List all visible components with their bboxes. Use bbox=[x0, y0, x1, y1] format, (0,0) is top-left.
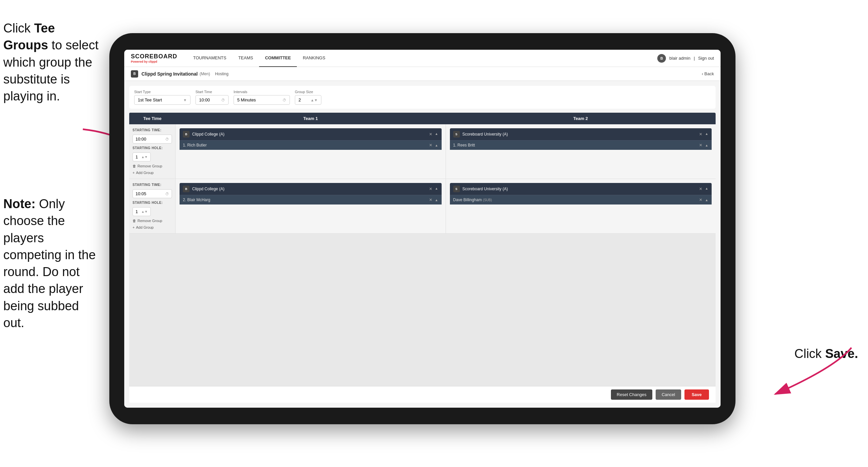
sub-header-title: Clippd Spring Invitational bbox=[142, 71, 198, 77]
player-chevron-1-2[interactable]: ▲ bbox=[435, 198, 438, 202]
player-close-2-1[interactable]: ✕ bbox=[699, 143, 702, 147]
nav-items: TOURNAMENTS TEAMS COMMITTEE RANKINGS bbox=[187, 50, 657, 67]
intervals-icon: ⏱ bbox=[283, 98, 286, 102]
team1-col-1: B Clippd College (A) ✕ ▲ 1. Rich Butler … bbox=[176, 124, 446, 179]
team1-close-2[interactable]: ✕ bbox=[429, 186, 432, 191]
remove-icon-1: 🗑 bbox=[132, 164, 136, 168]
hole-chevron-1: ▲▼ bbox=[141, 155, 148, 159]
team2-close-2[interactable]: ✕ bbox=[699, 186, 702, 191]
team2-card-1: S Scoreboard University (A) ✕ ▲ 1. Rees … bbox=[450, 128, 712, 150]
add-icon-2: + bbox=[132, 225, 134, 229]
team2-card-2: S Scoreboard University (A) ✕ ▲ Dave Bil… bbox=[450, 183, 712, 204]
group-size-input[interactable]: 2 ▲▼ bbox=[295, 95, 321, 105]
player-close-2-2[interactable]: ✕ bbox=[699, 198, 702, 202]
team1-name-2: Clippd College (A) bbox=[192, 186, 426, 191]
team2-name-1: Scoreboard University (A) bbox=[463, 132, 697, 137]
note-text: Note: Only choose the players competing … bbox=[0, 196, 103, 331]
nav-rankings[interactable]: RANKINGS bbox=[297, 50, 331, 67]
team2-icon-1: S bbox=[453, 131, 460, 138]
nav-tournaments[interactable]: TOURNAMENTS bbox=[187, 50, 232, 67]
add-group-btn-1[interactable]: + Add Group bbox=[132, 171, 172, 175]
player-name-2-2: Dave Billingham (SUB) bbox=[453, 198, 697, 202]
sub-header-hosting: Hosting bbox=[215, 71, 228, 76]
starting-time-input-2[interactable]: 10:05 ⏱ bbox=[132, 189, 172, 198]
player-name-1-1: 1. Rich Butler bbox=[183, 143, 426, 147]
add-group-btn-2[interactable]: + Add Group bbox=[132, 225, 172, 229]
group-row-2: STARTING TIME: 10:05 ⏱ STARTING HOLE: 1 … bbox=[129, 179, 716, 234]
start-time-icon: ⏱ bbox=[221, 98, 225, 102]
sub-header-back[interactable]: ‹ Back bbox=[702, 71, 714, 76]
team1-actions-2: ✕ ▲ bbox=[429, 186, 438, 191]
intervals-field: Intervals 5 Minutes ⏱ bbox=[234, 90, 290, 105]
cancel-button[interactable]: Cancel bbox=[656, 389, 681, 400]
player-row-2-2: Dave Billingham (SUB) ✕ ▲ bbox=[450, 195, 712, 204]
tablet-shell: SCOREBOARD Powered by clippd TOURNAMENTS… bbox=[109, 33, 736, 424]
starting-hole-label-1: STARTING HOLE: bbox=[132, 146, 172, 150]
group-size-field: Group Size 2 ▲▼ bbox=[295, 90, 321, 105]
start-type-input[interactable]: 1st Tee Start ▼ bbox=[134, 95, 190, 105]
nav-signout[interactable]: Sign out bbox=[698, 56, 714, 61]
time-icon-2: ⏱ bbox=[165, 192, 169, 196]
team2-chevron-2[interactable]: ▲ bbox=[705, 186, 708, 191]
starting-hole-label-2: STARTING HOLE: bbox=[132, 201, 172, 204]
col-header-team1: Team 1 bbox=[176, 113, 445, 124]
intervals-label: Intervals bbox=[234, 90, 290, 94]
reset-button[interactable]: Reset Changes bbox=[611, 389, 653, 400]
save-button[interactable]: Save bbox=[684, 389, 709, 400]
logo-powered: Powered by clippd bbox=[131, 60, 177, 63]
team2-card-header-1: S Scoreboard University (A) ✕ ▲ bbox=[450, 128, 712, 140]
hole-chevron-2: ▲▼ bbox=[141, 210, 148, 213]
settings-row: Start Type 1st Tee Start ▼ Start Time 10… bbox=[129, 86, 716, 109]
player-chevron-1-1[interactable]: ▲ bbox=[435, 144, 438, 147]
note-body: Only choose the players competing in the… bbox=[3, 197, 96, 330]
add-icon-1: + bbox=[132, 171, 134, 175]
starting-hole-input-2[interactable]: 1 ▲▼ bbox=[132, 207, 151, 216]
team1-actions-1: ✕ ▲ bbox=[429, 132, 438, 137]
player-name-1-2: 2. Blair McHarg bbox=[183, 198, 426, 202]
player-row-1-2: 2. Blair McHarg ✕ ▲ bbox=[180, 195, 442, 204]
group-size-label: Group Size bbox=[295, 90, 321, 94]
tablet-screen: SCOREBOARD Powered by clippd TOURNAMENTS… bbox=[124, 50, 720, 408]
note-label: Note: bbox=[3, 197, 39, 211]
start-type-chevron: ▼ bbox=[183, 98, 187, 102]
start-type-field: Start Type 1st Tee Start ▼ bbox=[134, 90, 190, 105]
start-time-label: Start Time bbox=[195, 90, 228, 94]
team1-card-2: B Clippd College (A) ✕ ▲ 2. Blair McHarg… bbox=[180, 183, 442, 204]
logo-scoreboard: SCOREBOARD bbox=[131, 53, 177, 60]
intervals-input[interactable]: 5 Minutes ⏱ bbox=[234, 95, 290, 105]
remove-group-btn-1[interactable]: 🗑 Remove Group bbox=[132, 164, 172, 168]
sub-header-icon: B bbox=[131, 70, 138, 78]
remove-group-btn-2[interactable]: 🗑 Remove Group bbox=[132, 219, 172, 223]
player-close-1-1[interactable]: ✕ bbox=[429, 143, 432, 147]
start-time-field: Start Time 10:00 ⏱ bbox=[195, 90, 228, 105]
bottom-bar: Reset Changes Cancel Save bbox=[129, 386, 716, 403]
tee-time-col-2: STARTING TIME: 10:05 ⏱ STARTING HOLE: 1 … bbox=[129, 179, 176, 233]
team1-close-1[interactable]: ✕ bbox=[429, 132, 432, 137]
group-row: STARTING TIME: 10:00 ⏱ STARTING HOLE: 1 … bbox=[129, 124, 716, 179]
start-time-input[interactable]: 10:00 ⏱ bbox=[195, 95, 228, 105]
team2-chevron-1[interactable]: ▲ bbox=[705, 132, 708, 137]
instruction-text-left: Click Tee Groups to select which group t… bbox=[0, 20, 103, 105]
start-type-label: Start Type bbox=[134, 90, 190, 94]
sub-header: B Clippd Spring Invitational (Men) Hosti… bbox=[124, 67, 720, 81]
time-icon-1: ⏱ bbox=[165, 137, 169, 141]
player-chevron-2-2[interactable]: ▲ bbox=[705, 198, 708, 202]
player-row-2-1: 1. Rees Britt ✕ ▲ bbox=[450, 140, 712, 150]
top-nav: SCOREBOARD Powered by clippd TOURNAMENTS… bbox=[124, 50, 720, 67]
team2-actions-2: ✕ ▲ bbox=[699, 186, 708, 191]
team1-chevron-1[interactable]: ▲ bbox=[435, 132, 438, 137]
team1-chevron-2[interactable]: ▲ bbox=[435, 186, 438, 191]
player-chevron-2-1[interactable]: ▲ bbox=[705, 144, 708, 147]
team2-col-2: S Scoreboard University (A) ✕ ▲ Dave Bil… bbox=[446, 179, 716, 233]
team2-close-1[interactable]: ✕ bbox=[699, 132, 702, 137]
remove-icon-2: 🗑 bbox=[132, 219, 136, 223]
sub-header-badge: (Men) bbox=[200, 71, 210, 76]
team1-name-1: Clippd College (A) bbox=[192, 132, 426, 137]
starting-hole-input-1[interactable]: 1 ▲▼ bbox=[132, 152, 151, 162]
nav-committee[interactable]: COMMITTEE bbox=[259, 50, 297, 67]
starting-time-input-1[interactable]: 10:00 ⏱ bbox=[132, 135, 172, 144]
nav-teams[interactable]: TEAMS bbox=[232, 50, 259, 67]
nav-avatar: B bbox=[657, 54, 666, 63]
team1-card-header-1: B Clippd College (A) ✕ ▲ bbox=[180, 128, 442, 140]
player-close-1-2[interactable]: ✕ bbox=[429, 198, 432, 202]
